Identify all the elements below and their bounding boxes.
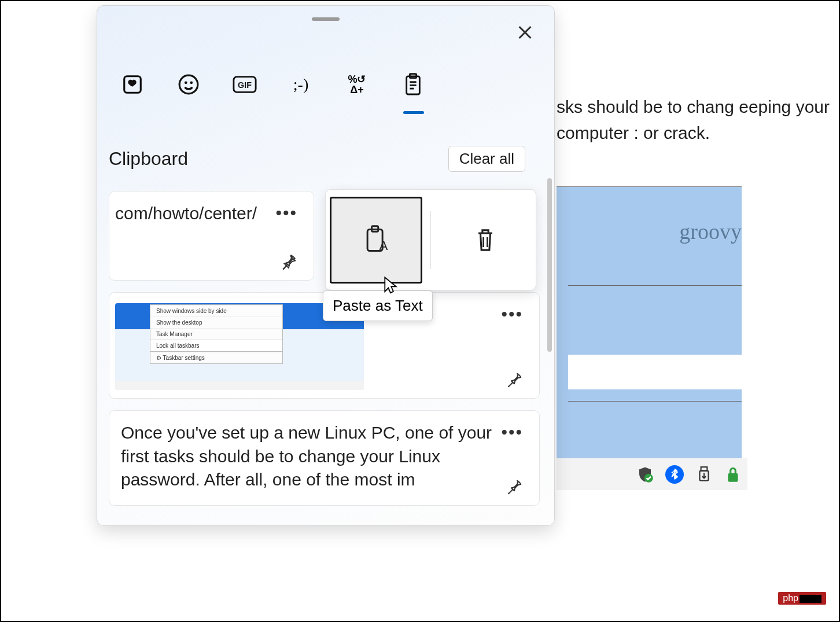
clipboard-tab[interactable] <box>401 72 425 97</box>
clear-all-button[interactable]: Clear all <box>448 146 525 172</box>
thumbnail-menu-row: Show the desktop <box>150 316 282 328</box>
drag-handle[interactable] <box>312 17 340 21</box>
close-button[interactable] <box>515 23 534 42</box>
clipboard-item-text[interactable]: Once you've set up a new Linux PC, one o… <box>109 410 540 506</box>
more-options-button[interactable]: ••• <box>501 304 523 324</box>
lock-icon[interactable] <box>724 466 742 483</box>
emoji-tab[interactable] <box>176 72 201 97</box>
thumbnail-taskbar <box>115 381 364 390</box>
clipboard-item-text[interactable]: com/howto/center/ ••• <box>109 191 314 281</box>
system-tray <box>557 458 747 490</box>
more-options-button[interactable]: ••• <box>501 422 523 442</box>
svg-text:A: A <box>380 238 388 252</box>
svg-point-7 <box>190 81 193 84</box>
background-article-text: sks should be to chang eeping your compu… <box>557 94 834 146</box>
security-shield-icon[interactable] <box>636 466 654 483</box>
scrollbar[interactable] <box>547 178 552 352</box>
pin-button[interactable] <box>280 253 299 272</box>
background-highlight-row <box>568 355 742 389</box>
gif-tab[interactable]: GIF <box>233 72 257 97</box>
cursor-icon <box>383 276 397 295</box>
pin-button[interactable] <box>506 371 524 390</box>
svg-point-5 <box>179 75 198 94</box>
item-action-popup: A <box>325 189 536 290</box>
thumbnail-menu-row: ⚙ Taskbar settings <box>150 352 282 363</box>
thumbnail-menu-row: Lock all taskbars <box>150 340 282 352</box>
recent-tab[interactable] <box>120 72 145 97</box>
symbols-tab[interactable]: %↺ Δ+ <box>345 72 369 97</box>
kaomoji-tab[interactable]: ;-) <box>289 72 313 97</box>
action-divider <box>430 211 431 269</box>
thumbnail-menu-row: Task Manager <box>150 328 282 340</box>
category-tabbar: GIF ;-) %↺ Δ+ <box>120 72 425 97</box>
svg-point-6 <box>185 81 187 84</box>
background-divider <box>568 401 742 402</box>
clipboard-text-content: com/howto/center/ <box>115 202 302 226</box>
background-image-area: groovy <box>557 186 742 458</box>
thumbnail-menu-row: Show windows side by side <box>150 305 282 316</box>
background-divider <box>568 285 742 286</box>
clipboard-text-content: Once you've set up a new Linux PC, one o… <box>115 421 528 492</box>
section-title: Clipboard <box>109 148 188 170</box>
delete-item-button[interactable] <box>439 197 532 284</box>
svg-rect-3 <box>728 473 738 481</box>
more-options-button[interactable]: ••• <box>275 203 297 223</box>
usb-drive-icon[interactable] <box>695 466 713 483</box>
background-logo: groovy <box>679 219 742 244</box>
svg-text:GIF: GIF <box>238 80 252 90</box>
thumbnail-context-menu: Show windows side by side Show the deskt… <box>150 304 283 364</box>
paste-as-text-button[interactable]: A <box>330 197 422 284</box>
bluetooth-icon[interactable] <box>665 465 684 484</box>
watermark-badge: php <box>778 592 826 605</box>
pin-button[interactable] <box>506 479 524 497</box>
section-header: Clipboard Clear all <box>109 146 543 172</box>
tooltip: Paste as Text <box>323 290 433 321</box>
